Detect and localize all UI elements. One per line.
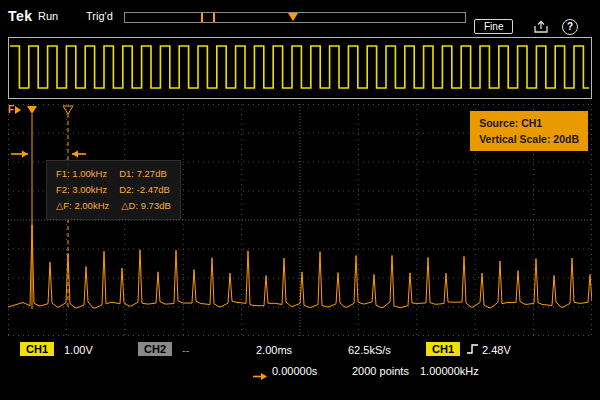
- top-bar: Tek Run Trig'd Fine ?: [0, 0, 600, 34]
- cursor-readout-box: F1: 1.00kHzD1: 7.27dB F2: 3.00kHzD2: -2.…: [46, 160, 181, 220]
- timebase-readout: 2.00ms: [256, 344, 292, 356]
- cursor-d1: D1: 7.27dB: [119, 168, 167, 179]
- trigger-position-marker[interactable]: [288, 13, 298, 21]
- cursor-b-arrow-icon: [72, 151, 86, 158]
- sample-rate-readout: 62.5kS/s: [348, 344, 391, 356]
- window-tick-right: [213, 13, 215, 22]
- trigger-frequency-readout: 1.00000kHz: [420, 365, 479, 377]
- ch2-scale: --: [182, 344, 189, 356]
- trigger-level-readout: 2.48V: [482, 344, 511, 356]
- cursor-a-arrow-icon: [11, 151, 28, 158]
- cursor-delta-f: △F: 2.00kHz: [56, 200, 109, 211]
- cursor-a-marker-icon[interactable]: [27, 106, 37, 114]
- ch1-badge[interactable]: CH1: [20, 342, 54, 356]
- fft-display: Source: CH1 Vertical Scale: 20dB F1: 1.0…: [8, 104, 592, 336]
- fft-vertical-scale-label: Vertical Scale: 20dB: [479, 131, 579, 147]
- cursor-d2: D2: -2.47dB: [119, 184, 170, 195]
- trigger-source-badge[interactable]: CH1: [426, 342, 460, 356]
- fft-source-box: Source: CH1 Vertical Scale: 20dB: [470, 111, 588, 151]
- ch1-scale: 1.00V: [64, 344, 93, 356]
- preview-square-wave: [9, 38, 589, 96]
- cursor-f2: F2: 3.00kHz: [56, 184, 107, 195]
- trigger-status: Trig'd: [86, 10, 113, 22]
- fft-source-label: Source: CH1: [479, 115, 579, 131]
- horizontal-offset-readout: 0.00000s: [272, 365, 317, 377]
- cursor-delta-d: △D: 9.73dB: [121, 200, 171, 211]
- save-icon[interactable]: [533, 20, 549, 38]
- cursor-f1: F1: 1.00kHz: [56, 168, 107, 179]
- help-glyph: ?: [567, 21, 573, 32]
- horizontal-position-arrow-icon: [252, 367, 268, 385]
- trigger-position-bar[interactable]: [124, 12, 466, 23]
- help-icon[interactable]: ?: [562, 19, 578, 35]
- fine-button[interactable]: Fine: [474, 19, 513, 34]
- tek-logo: Tek: [8, 8, 33, 24]
- waveform-preview: [8, 37, 592, 99]
- cursor-b-marker-icon[interactable]: [63, 106, 73, 114]
- trigger-slope-icon: [466, 342, 479, 360]
- window-tick-left: [201, 13, 203, 22]
- acquisition-status: Run: [38, 10, 58, 22]
- record-length-readout: 2000 points: [352, 365, 409, 377]
- ch2-badge[interactable]: CH2: [138, 342, 172, 356]
